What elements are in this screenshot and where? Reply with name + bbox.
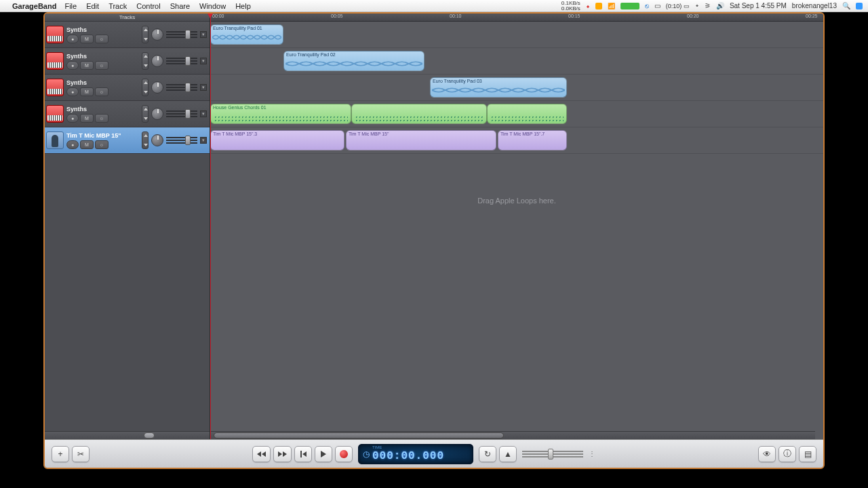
lane[interactable]: Euro Tranquility Pad 02 (210, 48, 823, 75)
menu-extra-icon[interactable]: ⬥ (586, 2, 590, 9)
ruler-tick: 00:05 (331, 14, 343, 18)
solo-button[interactable]: ☼ (95, 87, 108, 96)
menu-extra-icon[interactable]: ⎋ (645, 2, 649, 9)
record-enable-button[interactable]: ● (66, 87, 79, 96)
volume-slider[interactable] (166, 55, 197, 67)
waveform (432, 85, 565, 95)
metronome-button[interactable]: ▲ (499, 446, 517, 462)
audio-region[interactable]: Tim T Mic MBP 15" (346, 130, 496, 150)
pan-knob[interactable] (151, 28, 163, 41)
wifi-icon[interactable]: ⚞ (705, 2, 711, 9)
menu-track[interactable]: Track (108, 2, 127, 10)
lane[interactable]: House Genius Chords 01 (210, 101, 823, 127)
mute-button[interactable]: M (80, 61, 94, 70)
track-disclosure[interactable]: ▾ (200, 58, 207, 64)
timeline-scrollbar[interactable] (210, 431, 815, 439)
audio-region[interactable]: House Genius Chords 01 (210, 104, 351, 124)
record-enable-button[interactable]: ● (66, 61, 79, 70)
audio-region[interactable]: Euro Tranquility Pad 02 (283, 51, 425, 71)
volume-slider[interactable] (166, 28, 197, 41)
menu-extra-icon[interactable] (595, 3, 602, 9)
lcd-display[interactable]: ◷ TIME 000:00.000 (358, 444, 473, 464)
tracks-zoom-scrollbar[interactable] (45, 431, 210, 439)
track-stepper[interactable] (142, 79, 149, 96)
track-header[interactable]: Synths●M☼▾ (45, 75, 210, 101)
audio-region[interactable]: Tim T Mic MBP 15".7 (498, 130, 567, 150)
solo-button[interactable]: ☼ (95, 140, 108, 149)
menu-extra-icon[interactable] (620, 3, 639, 9)
record-enable-button[interactable]: ● (66, 114, 79, 123)
solo-button[interactable]: ☼ (95, 35, 108, 43)
track-name: Synths (66, 53, 139, 60)
audio-region[interactable]: Euro Tranquility Pad 01 (210, 24, 283, 45)
menu-extra-icon[interactable]: 📶 (608, 3, 615, 9)
pan-knob[interactable] (151, 55, 163, 67)
mute-button[interactable]: M (80, 114, 94, 123)
track-header[interactable]: Synths●M☼▾ (45, 101, 210, 127)
master-volume-slider[interactable] (522, 449, 583, 459)
add-track-button[interactable]: + (52, 446, 69, 462)
clock[interactable]: Sat Sep 1 4:55 PM (730, 2, 787, 9)
arrangement-lanes[interactable]: Euro Tranquility Pad 01Euro Tranquility … (210, 22, 823, 154)
track-stepper[interactable] (142, 131, 149, 149)
volume-icon[interactable]: 🔊 (716, 2, 724, 9)
region-label (488, 104, 566, 106)
instrument-icon (46, 52, 64, 70)
pan-knob[interactable] (151, 108, 163, 120)
track-header[interactable]: Tim T Mic MBP 15"●M☼▾ (45, 127, 210, 154)
bluetooth-icon[interactable]: ᛭ (695, 2, 699, 9)
solo-button[interactable]: ☼ (95, 114, 108, 123)
pan-knob[interactable] (151, 81, 163, 94)
track-stepper[interactable] (142, 26, 149, 43)
go-to-start-button[interactable] (294, 446, 312, 462)
track-stepper[interactable] (142, 105, 149, 123)
loop-browser-button[interactable]: 👁 (758, 446, 776, 462)
app-name[interactable]: GarageBand (12, 2, 56, 10)
menu-edit[interactable]: Edit (86, 2, 99, 10)
solo-button[interactable]: ☼ (95, 61, 108, 70)
audio-region[interactable] (487, 104, 567, 124)
rewind-button[interactable] (252, 446, 271, 462)
notification-center-icon[interactable] (856, 3, 863, 9)
cycle-button[interactable]: ↻ (479, 446, 496, 462)
mute-button[interactable]: M (80, 35, 94, 43)
mute-button[interactable]: M (80, 87, 94, 96)
pan-knob[interactable] (151, 134, 163, 146)
menu-control[interactable]: Control (136, 2, 160, 10)
volume-slider[interactable] (166, 134, 197, 146)
track-header[interactable]: Synths●M☼▾ (45, 48, 210, 75)
media-browser-button[interactable]: ⓘ (778, 446, 796, 462)
audio-region[interactable] (351, 104, 487, 124)
audio-region[interactable]: Tim T Mic MBP 15".3 (210, 130, 344, 150)
menu-help[interactable]: Help (235, 2, 251, 10)
user-menu[interactable]: brokenangel13 (792, 2, 837, 9)
notepad-button[interactable]: ▤ (799, 446, 816, 462)
track-stepper[interactable] (142, 52, 149, 70)
lane[interactable]: Euro Tranquility Pad 03 (210, 75, 823, 101)
record-button[interactable] (335, 446, 353, 462)
track-disclosure[interactable]: ▾ (200, 137, 207, 144)
time-ruler[interactable]: 00:0000:0500:1000:1500:2000:25 (210, 14, 823, 22)
mute-button[interactable]: M (80, 140, 94, 149)
track-editor-button[interactable]: ✂ (72, 446, 90, 462)
lane[interactable]: Tim T Mic MBP 15".3Tim T Mic MBP 15"Tim … (210, 127, 823, 154)
volume-slider[interactable] (166, 108, 197, 120)
record-enable-button[interactable]: ● (66, 35, 79, 43)
menu-file[interactable]: File (64, 2, 77, 10)
menu-window[interactable]: Window (199, 2, 226, 10)
track-disclosure[interactable]: ▾ (200, 110, 207, 117)
battery-status[interactable]: (0:10) ▭ (666, 3, 690, 9)
record-enable-button[interactable]: ● (66, 140, 79, 149)
audio-region[interactable]: Euro Tranquility Pad 03 (430, 77, 567, 98)
menu-share[interactable]: Share (170, 2, 190, 10)
spotlight-icon[interactable]: 🔍 (842, 2, 850, 9)
track-header[interactable]: Synths●M☼▾ (45, 22, 210, 48)
play-button[interactable] (315, 446, 332, 462)
display-icon[interactable]: ▭ (654, 2, 660, 9)
forward-button[interactable] (273, 446, 292, 462)
track-disclosure[interactable]: ▾ (200, 31, 207, 38)
track-disclosure[interactable]: ▾ (200, 84, 207, 91)
volume-slider[interactable] (166, 81, 197, 94)
lane[interactable]: Euro Tranquility Pad 01 (210, 22, 823, 48)
playhead[interactable] (210, 14, 211, 439)
